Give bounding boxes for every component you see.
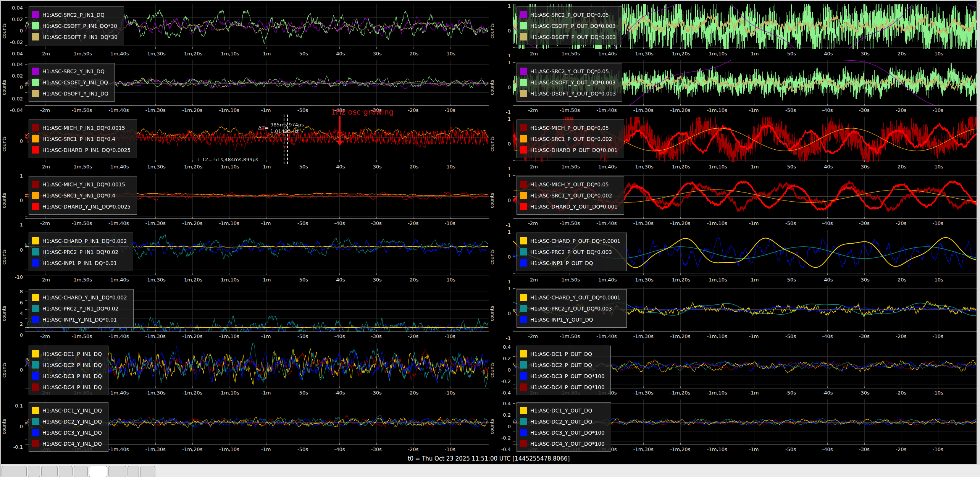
legend-swatch-icon — [32, 203, 39, 210]
x-tick-label: -40s — [334, 390, 345, 396]
plot-chard-y-in1: counts86420H1:ASC-CHARD_Y_IN1_DQ*0.002H1… — [1, 284, 489, 341]
legend-entry: H1:ASC-CHARD_Y_IN1_DQ*0.002 — [32, 292, 127, 303]
legend-channel-label: H1:ASC-SRC1_Y_OUT_DQ*0.002 — [530, 192, 612, 199]
x-tick-label: -50s — [785, 164, 796, 170]
y-tick-label: 0 — [508, 254, 511, 260]
x-tick-label: -40s — [334, 220, 345, 226]
legend-channel-label: H1:ASC-INP1_Y_IN1_DQ*0.01 — [42, 317, 117, 323]
y-tick-label: 0 — [508, 141, 511, 147]
legend-entry: H1:ASC-DHARD_Y_IN1_DQ*0.0025 — [32, 201, 131, 212]
y-tick-label: 0.4 — [503, 344, 511, 350]
legend-swatch-icon — [520, 124, 527, 131]
x-tick-label: -50s — [297, 220, 308, 226]
taskbar-tab-1[interactable] — [2, 466, 27, 477]
taskbar-tab-3[interactable] — [41, 466, 58, 477]
legend-channel-label: H1:ASC-MICH_Y_OUT_DQ*0.05 — [530, 181, 609, 188]
legend-entry: H1:ASC-SRC2_Y_IN1_DQ — [32, 66, 108, 77]
taskbar-tab-8[interactable] — [128, 466, 139, 477]
y-tick-label: 1 — [508, 173, 511, 178]
legend-swatch-icon — [520, 407, 527, 414]
x-tick-label: -20s — [896, 277, 906, 283]
y-axis-label-text: counts — [2, 23, 7, 39]
x-tick-label: -1m,40s — [596, 333, 617, 339]
taskbar-tab-7[interactable] — [108, 466, 126, 477]
legend-swatch-icon — [32, 146, 39, 154]
legend-channel-label: H1:ASC-CSOFT_P_OUT_DQ*0.003 — [530, 23, 615, 29]
x-tick-label: -1m,20s — [670, 220, 690, 226]
x-tick-label: -1m,50s — [560, 107, 580, 113]
x-tick-label: -1m — [261, 333, 271, 339]
y-tick-labels: 10-1 — [495, 230, 513, 284]
plot-area-dc-y-in1: H1:ASC-DC1_Y_IN1_DQH1:ASC-DC2_Y_IN1_DQH1… — [25, 399, 489, 445]
x-tick-label: -40s — [822, 164, 833, 170]
x-tick-labels: -2m-1m,50s-1m,40s-1m,30s-1m,20s-1m,10s-1… — [513, 219, 977, 228]
legend-entry: H1:ASC-DC4_Y_OUT_DQ*100 — [520, 438, 605, 449]
x-tick-label: -30s — [371, 220, 382, 226]
x-tick-label: -40s — [334, 51, 345, 57]
x-tick-label: -1m — [749, 51, 759, 57]
x-tick-label: -20s — [408, 51, 418, 57]
legend-swatch-icon — [520, 68, 527, 75]
x-tick-label: -2m — [40, 277, 50, 283]
legend-channel-label: H1:ASC-SRC1_P_IN1_DQ*0.4 — [42, 136, 115, 142]
taskbar-tab-4[interactable] — [59, 466, 73, 477]
x-tick-label: -1m,50s — [72, 220, 92, 226]
x-tick-label: -1m,50s — [560, 164, 580, 170]
taskbar-tab-5[interactable] — [74, 466, 88, 477]
legend-entry: H1:ASC-DC1_P_IN1_DQ — [32, 348, 102, 359]
taskbar-tab-2[interactable] — [28, 466, 40, 477]
x-tick-label: -10s — [933, 446, 943, 452]
x-tick-labels: -2m-1m,50s-1m,40s-1m,30s-1m,20s-1m,10s-1… — [513, 106, 977, 115]
x-tick-labels: -2m-1m,50s-1m,40s-1m,30s-1m,20s-1m,10s-1… — [25, 162, 489, 171]
legend-entry: H1:ASC-DC3_Y_OUT_DQ*100 — [520, 427, 605, 438]
x-tick-label: -1m,20s — [670, 164, 690, 170]
taskbar-tab-6[interactable] — [89, 466, 107, 477]
x-tick-label: -1m,30s — [145, 51, 166, 57]
plot-area-dc-y-out: H1:ASC-DC1_Y_OUT_DQH1:ASC-DC2_Y_OUT_DQH1… — [513, 399, 977, 445]
x-tick-label: -1m,40s — [596, 220, 617, 226]
x-tick-label: -1m,10s — [219, 107, 239, 113]
x-tick-label: -30s — [371, 277, 382, 283]
legend-channel-label: H1:ASC-DC4_Y_OUT_DQ*100 — [530, 441, 605, 447]
legend-entry: H1:ASC-DC4_Y_IN1_DQ — [32, 438, 102, 449]
x-tick-label: -1m,10s — [707, 220, 727, 226]
x-tick-label: -1m,30s — [145, 220, 166, 226]
app-window: counts0.040.020-0.02-0.04H1:ASC-SRC2_P_I… — [0, 0, 980, 477]
legend-swatch-icon — [32, 407, 39, 414]
taskbar-tab-9[interactable] — [140, 466, 155, 477]
legend-swatch-icon — [520, 33, 527, 40]
plot-legend: H1:ASC-SRC2_Y_IN1_DQH1:ASC-CSOFT_Y_IN1_D… — [29, 63, 115, 102]
x-tick-label: -20s — [408, 164, 418, 170]
legend-entry: H1:ASC-DC1_P_OUT_DQ — [520, 348, 604, 359]
y-tick-label: 0.02 — [12, 16, 23, 22]
x-tick-label: -10s — [445, 51, 455, 57]
x-tick-label: -1m,40s — [108, 164, 129, 170]
x-tick-label: -40s — [334, 333, 345, 339]
x-tick-label: -20s — [896, 220, 906, 226]
x-tick-label: -30s — [859, 107, 870, 113]
legend-channel-label: H1:ASC-CHARD_Y_IN1_DQ*0.002 — [42, 294, 127, 301]
legend-channel-label: H1:ASC-DC3_Y_IN1_DQ — [42, 430, 102, 436]
y-tick-label: 1 — [508, 3, 511, 9]
y-tick-label: 0 — [20, 28, 23, 34]
legend-swatch-icon — [32, 90, 39, 97]
x-tick-label: -1m,20s — [182, 220, 202, 226]
x-tick-label: -1m,40s — [108, 390, 129, 396]
legend-entry: H1:ASC-CHARD_P_IN1_DQ*0.002 — [32, 235, 127, 246]
x-tick-label: -50s — [297, 107, 308, 113]
y-tick-label: -0.4 — [501, 446, 511, 452]
y-axis-label: counts — [489, 173, 495, 228]
legend-swatch-icon — [32, 22, 39, 29]
plot-legend: H1:ASC-MICH_P_IN1_DQ*0.0015H1:ASC-SRC1_P… — [29, 120, 137, 158]
plot-src2-y-out: counts10-1H1:ASC-SRC2_Y_OUT_DQ*0.05H1:AS… — [489, 58, 977, 115]
x-tick-label: -40s — [822, 446, 833, 452]
x-tick-label: -2m — [528, 220, 538, 226]
y-tick-labels: 86420 — [7, 286, 25, 341]
y-axis-label: counts — [489, 343, 495, 397]
x-tick-label: -1m,30s — [145, 277, 166, 283]
x-tick-label: -2m — [528, 333, 538, 339]
x-tick-label: -20s — [408, 220, 418, 226]
x-tick-label: -30s — [859, 220, 870, 226]
x-tick-label: -1m,50s — [72, 333, 92, 339]
x-tick-label: -1m,10s — [219, 446, 239, 452]
